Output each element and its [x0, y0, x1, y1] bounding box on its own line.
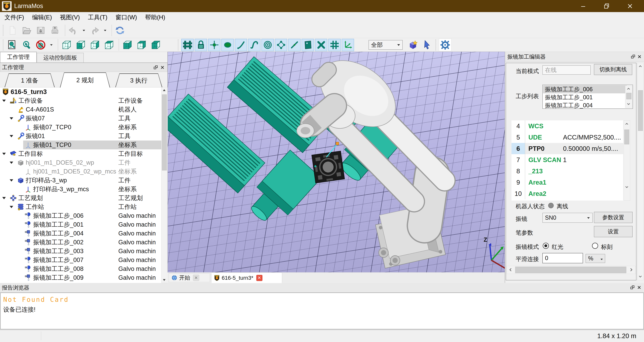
chevron-down-icon[interactable]: [2, 153, 6, 155]
snap-lock-button[interactable]: [195, 39, 207, 51]
program-row[interactable]: 5 UDE ACC/MMPS2,500....: [512, 132, 623, 143]
panel-hscrollbar-thumb[interactable]: [515, 267, 626, 273]
tree-row[interactable]: 振镜07_TCP0坐标系: [0, 123, 161, 132]
snap-point-button[interactable]: [208, 39, 220, 51]
view-cube-star-button[interactable]: [407, 39, 419, 51]
display-filter-select[interactable]: 全部: [368, 40, 403, 50]
tree-row[interactable]: 振镜加工工步_006Galvo machin: [0, 211, 161, 220]
chevron-down-icon[interactable]: [10, 206, 13, 208]
snap-edge-button[interactable]: [235, 39, 247, 51]
save-button[interactable]: [34, 24, 47, 36]
menu-item-5[interactable]: 帮助(H): [142, 12, 169, 23]
tree-row[interactable]: 振镜加工工步_001Galvo machin: [0, 220, 161, 229]
snap-line-button[interactable]: [288, 39, 300, 51]
tree-row[interactable]: 工作站工作站: [0, 202, 161, 211]
tree-row[interactable]: 振镜01_TCP0坐标系: [0, 140, 161, 149]
program-scrollbar[interactable]: [624, 120, 630, 200]
snap-hash-button[interactable]: [328, 39, 341, 51]
menu-item-0[interactable]: 文件(F): [1, 12, 28, 23]
program-row[interactable]: 8 _213: [512, 166, 623, 177]
program-row[interactable]: 7 GLV SCAN 1: [512, 154, 623, 166]
view-front-button[interactable]: [74, 39, 86, 51]
stage-tab-plan[interactable]: 2 规划: [60, 72, 110, 88]
view-bottom-button[interactable]: [121, 39, 133, 51]
undo-button[interactable]: [67, 24, 79, 36]
tree-row[interactable]: 工作设备工作设备: [0, 96, 161, 105]
float-icon[interactable]: [153, 65, 158, 70]
radio-red-light[interactable]: [543, 243, 549, 249]
steplist-scrollbar[interactable]: [625, 86, 632, 108]
snap-curve-button[interactable]: [248, 39, 260, 51]
snap-vertex-button[interactable]: [275, 39, 287, 51]
tree-scrollbar[interactable]: [161, 87, 168, 283]
redo-button[interactable]: [88, 24, 100, 36]
tree-row[interactable]: 振镜加工工步_008Galvo machin: [0, 264, 161, 273]
panel-close-icon[interactable]: [636, 285, 642, 290]
chevron-down-icon[interactable]: [10, 179, 13, 182]
switch-offline-button[interactable]: 切换到离线: [594, 64, 632, 75]
tab-motion-control[interactable]: 运动控制面板: [37, 53, 84, 62]
panel-hscrollbar[interactable]: [507, 266, 636, 274]
panel-scrollbar[interactable]: [638, 63, 644, 280]
tree-row[interactable]: C4-A601S机器人: [0, 105, 161, 114]
scroll-down-icon[interactable]: [638, 274, 643, 279]
minimize-button[interactable]: [572, 0, 595, 12]
tree-row[interactable]: 工作目标工作目标: [0, 149, 161, 158]
doc-tab-project[interactable]: 616-5_turn3* ✕: [211, 272, 282, 283]
radio-marking[interactable]: [592, 243, 598, 249]
chevron-down-icon[interactable]: [10, 135, 13, 137]
chevron-down-icon[interactable]: [10, 117, 13, 120]
zoom-fit-button[interactable]: [6, 39, 18, 51]
close-button[interactable]: [618, 0, 642, 12]
clip-off-button[interactable]: [34, 39, 47, 51]
tree-row[interactable]: 工艺规划工艺规划: [0, 194, 161, 202]
tab-close-icon[interactable]: ✕: [193, 275, 199, 281]
chevron-down-icon[interactable]: [2, 100, 6, 102]
tree-row[interactable]: 振镜加工工步_002Galvo machin: [0, 238, 161, 247]
stage-tab-execute[interactable]: 3 执行: [115, 74, 162, 87]
step-listbox[interactable]: 振镜加工工步_006振镜加工工步_001振镜加工工步_004: [542, 85, 633, 109]
snap-face-button[interactable]: [222, 39, 234, 51]
cursor-arrow-button[interactable]: [421, 39, 433, 51]
caret-down-button[interactable]: [102, 24, 108, 36]
step-list-item[interactable]: 振镜加工工步_006: [543, 85, 627, 93]
tree-row[interactable]: 616-5_turn3: [0, 88, 161, 96]
tree-row[interactable]: 振镜07工具: [0, 114, 161, 123]
menu-item-2[interactable]: 视图(V): [56, 12, 84, 23]
scroll-up-icon[interactable]: [162, 88, 167, 93]
tree-row[interactable]: 振镜加工工步_004Galvo machin: [0, 229, 161, 238]
view-right-button[interactable]: [149, 39, 162, 51]
export-button[interactable]: [49, 24, 61, 36]
scroll-right-icon[interactable]: [628, 267, 634, 272]
param-settings-button[interactable]: 参数设置: [594, 212, 632, 223]
tree-row[interactable]: 振镜01工具: [0, 132, 161, 140]
tree-row[interactable]: 振镜加工工步_003Galvo machin: [0, 247, 161, 256]
tree-row[interactable]: hj001_m1_DOE5_02_wp_mcs坐标系: [0, 167, 161, 176]
scroll-down-icon[interactable]: [626, 101, 631, 107]
scroll-left-icon[interactable]: [508, 267, 513, 272]
scroll-down-icon[interactable]: [624, 184, 629, 190]
scroll-up-icon[interactable]: [624, 121, 629, 127]
gear-button[interactable]: [439, 39, 452, 51]
program-row[interactable]: 10 Area2: [512, 188, 623, 199]
float-icon[interactable]: [630, 285, 635, 290]
chevron-down-icon[interactable]: [2, 197, 6, 199]
menu-item-1[interactable]: 编辑(E): [28, 12, 56, 23]
caret-down-button[interactable]: [49, 39, 54, 51]
step-list-item[interactable]: 振镜加工工步_001: [543, 93, 627, 102]
snap-plane-button[interactable]: [302, 39, 314, 51]
snap-grid-button[interactable]: [181, 39, 194, 51]
smooth-connect-input[interactable]: 0: [542, 253, 583, 263]
view-left-button[interactable]: [135, 39, 147, 51]
program-scrollbar-thumb[interactable]: [624, 130, 629, 144]
new-file-button[interactable]: [6, 24, 18, 36]
zoom-select-button[interactable]: [20, 39, 33, 51]
step-list-item[interactable]: 振镜加工工步_004: [543, 102, 627, 109]
program-row[interactable]: 9 Area1: [512, 177, 623, 188]
view-iso-button[interactable]: [60, 39, 72, 51]
tree-row[interactable]: hj001_m1_DOE5_02_wp工件: [0, 158, 161, 167]
scroll-down-icon[interactable]: [162, 277, 167, 282]
tree-row[interactable]: 打印样品-3_wp_mcs坐标系: [0, 185, 161, 194]
galvo-select[interactable]: SN0: [542, 213, 593, 223]
stage-tab-prepare[interactable]: 1 准备: [4, 74, 55, 87]
